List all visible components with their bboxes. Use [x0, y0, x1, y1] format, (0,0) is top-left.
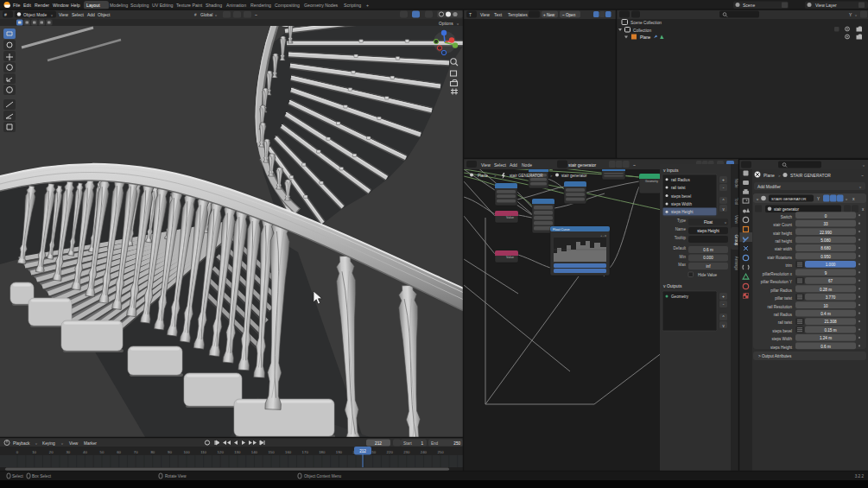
svg-text:~: ~: [255, 12, 257, 17]
svg-text:Playback: Playback: [13, 441, 30, 446]
svg-text:0.15 m: 0.15 m: [824, 328, 836, 333]
svg-text:Min: Min: [680, 255, 687, 259]
svg-text:Start: Start: [403, 441, 412, 446]
svg-text:Select: Select: [12, 474, 23, 478]
svg-text:steps Height: steps Height: [697, 229, 719, 233]
svg-text:Node: Node: [522, 162, 532, 168]
svg-text:+: +: [722, 177, 725, 182]
svg-text:trim: trim: [786, 263, 793, 268]
svg-text:70: 70: [134, 450, 138, 454]
svg-text:Box Select: Box Select: [32, 474, 52, 478]
svg-text:190: 190: [336, 450, 343, 454]
svg-text:3.770: 3.770: [826, 295, 836, 300]
svg-text:v: v: [846, 197, 847, 201]
svg-text:rail twist: rail twist: [671, 186, 686, 190]
svg-text:Marker: Marker: [84, 441, 97, 446]
svg-text:1.000: 1.000: [826, 263, 836, 267]
svg-text:Value: Value: [506, 256, 514, 259]
svg-text:rail Resolution: rail Resolution: [767, 305, 792, 309]
svg-text:View: View: [481, 162, 491, 168]
svg-text:Switch: Switch: [781, 215, 793, 219]
svg-text:v: v: [855, 13, 857, 17]
svg-text:Geometry: Geometry: [671, 295, 689, 299]
svg-text:110: 110: [200, 450, 206, 454]
svg-text:Layout: Layout: [86, 3, 100, 8]
svg-text:STAIR GENERATOR: STAIR GENERATOR: [771, 197, 806, 201]
svg-text:Float Curve: Float Curve: [553, 228, 570, 231]
svg-text:170: 170: [302, 450, 309, 454]
svg-text:10: 10: [823, 304, 828, 308]
svg-text:Object: Object: [98, 12, 111, 17]
svg-text:Scene Collection: Scene Collection: [630, 21, 662, 25]
svg-text:v: v: [35, 442, 37, 446]
svg-text:View: View: [59, 12, 68, 17]
svg-text:~: ~: [861, 174, 864, 178]
svg-text:Max: Max: [678, 263, 686, 267]
svg-text:1.24 m: 1.24 m: [820, 336, 832, 340]
svg-text:240: 240: [421, 450, 428, 454]
svg-text:10: 10: [32, 450, 36, 454]
svg-text:+: +: [722, 294, 725, 299]
svg-text:View Layer: View Layer: [815, 3, 837, 8]
svg-text:inf: inf: [706, 264, 712, 269]
svg-text:5.080: 5.080: [820, 238, 831, 243]
svg-text:v: v: [457, 22, 459, 26]
svg-text:90: 90: [168, 450, 172, 454]
svg-text:60: 60: [117, 450, 121, 454]
svg-text:Options: Options: [439, 22, 453, 26]
svg-text:steps bevel: steps bevel: [671, 194, 691, 199]
svg-text:steps Width: steps Width: [671, 202, 692, 206]
svg-text:67: 67: [828, 279, 833, 283]
svg-text:Scripting: Scripting: [344, 3, 361, 8]
svg-text:80: 80: [150, 450, 155, 454]
svg-text:Sculpting: Sculpting: [130, 3, 149, 8]
svg-text:Select: Select: [72, 12, 85, 17]
svg-text:1: 1: [421, 441, 423, 446]
svg-text:T: T: [469, 12, 472, 17]
svg-text:Compositing: Compositing: [275, 3, 300, 8]
svg-text:UV Editing: UV Editing: [152, 3, 174, 8]
svg-text:Window: Window: [53, 3, 69, 8]
svg-text:pillar twist: pillar twist: [775, 296, 793, 301]
svg-text:> Output Attributes: > Output Attributes: [758, 354, 792, 358]
svg-text:0.4 m: 0.4 m: [820, 312, 831, 316]
svg-text:rail Radius: rail Radius: [671, 178, 690, 182]
svg-text:8.680: 8.680: [820, 246, 831, 250]
svg-text:212: 212: [375, 441, 382, 446]
svg-text:pillarResolution x: pillarResolution x: [763, 272, 793, 276]
svg-text:Help: Help: [71, 3, 80, 8]
svg-text:230: 230: [403, 450, 410, 454]
svg-text:Add: Add: [87, 12, 95, 17]
svg-text:Arrange: Arrange: [734, 257, 738, 271]
svg-text:120: 120: [218, 450, 225, 454]
svg-text:stair height: stair height: [773, 231, 793, 236]
svg-text:150: 150: [268, 450, 275, 454]
svg-text:Animation: Animation: [226, 3, 246, 8]
svg-text:Object Mode: Object Mode: [23, 13, 48, 17]
svg-text:+: +: [366, 3, 369, 8]
svg-text:stair GENERATOR: stair GENERATOR: [510, 174, 543, 178]
svg-text:steps Width: steps Width: [771, 337, 792, 341]
svg-text:Texture Paint: Texture Paint: [176, 3, 203, 8]
svg-text:steps Height: steps Height: [770, 345, 793, 350]
svg-text:End: End: [431, 441, 439, 446]
svg-text:Collection: Collection: [633, 29, 651, 33]
svg-text:Value: Value: [506, 216, 514, 219]
svg-text:Rendering: Rendering: [250, 3, 271, 8]
svg-text:Node: Node: [734, 179, 738, 188]
svg-text:#: #: [4, 12, 7, 17]
svg-text:rail twist: rail twist: [778, 320, 793, 325]
svg-text:0: 0: [825, 214, 827, 219]
svg-text:Text: Text: [494, 12, 503, 17]
svg-text:Tool: Tool: [734, 198, 738, 205]
svg-text:Name: Name: [675, 227, 687, 231]
svg-text:Edit: Edit: [23, 3, 31, 8]
svg-text:Add Modifier: Add Modifier: [757, 185, 781, 189]
svg-text:Plane: Plane: [478, 174, 488, 178]
svg-text:v Outputs: v Outputs: [663, 283, 682, 288]
svg-text:40: 40: [83, 450, 87, 454]
svg-text:220: 220: [387, 450, 394, 454]
svg-text:rail height: rail height: [775, 239, 792, 244]
svg-text:~ Open: ~ Open: [562, 13, 576, 17]
svg-text:50: 50: [100, 450, 105, 454]
